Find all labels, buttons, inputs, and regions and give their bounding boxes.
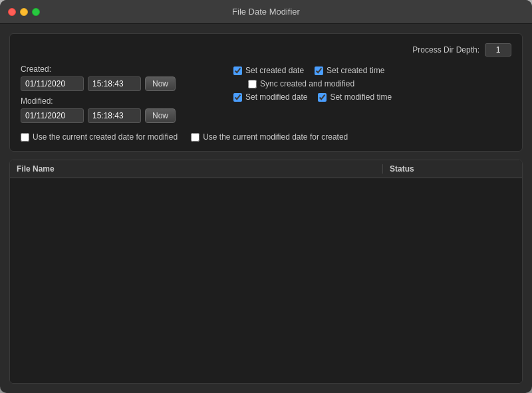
created-inputs: Now	[21, 76, 220, 91]
set-created-date-input[interactable]	[233, 66, 242, 75]
file-table: File Name Status	[9, 160, 523, 384]
set-created-time-checkbox[interactable]: Set created time	[315, 66, 384, 75]
title-bar: File Date Modifier	[0, 0, 532, 24]
options-section: Set created date Set created time	[233, 65, 392, 102]
maximize-button[interactable]	[32, 8, 40, 16]
sync-created-modified-input[interactable]	[248, 80, 257, 88]
created-now-button[interactable]: Now	[145, 76, 176, 91]
bottom-checkboxes: Use the current created date for modifie…	[21, 132, 511, 142]
process-dir-input[interactable]	[485, 43, 511, 57]
modified-row: Modified: Now	[21, 96, 220, 123]
window-title: File Date Modifier	[232, 7, 300, 17]
sync-created-modified-label: Sync created and modified	[260, 79, 354, 88]
traffic-lights	[8, 8, 40, 16]
set-created-date-label: Set created date	[245, 66, 304, 75]
modified-time-input[interactable]	[88, 108, 141, 123]
created-date-input[interactable]	[21, 76, 84, 91]
use-modified-for-created-checkbox[interactable]: Use the current modified date for create…	[191, 132, 348, 142]
table-header: File Name Status	[10, 160, 522, 178]
use-created-for-modified-label: Use the current created date for modifie…	[33, 132, 178, 142]
dates-section: Created: Now Modified:	[21, 65, 220, 123]
created-row: Created: Now	[21, 65, 220, 91]
set-created-time-label: Set created time	[327, 66, 384, 75]
sync-created-modified-checkbox[interactable]: Sync created and modified	[235, 79, 354, 88]
modified-inputs: Now	[21, 108, 220, 123]
set-created-date-checkbox[interactable]: Set created date	[233, 66, 304, 75]
created-label: Created:	[21, 65, 220, 74]
file-name-header: File Name	[17, 164, 382, 174]
process-dir-row: Process Dir Depth:	[21, 43, 511, 57]
main-window: File Date Modifier Process Dir Depth: Cr…	[0, 0, 532, 393]
set-modified-date-input[interactable]	[233, 93, 242, 102]
use-created-for-modified-input[interactable]	[21, 133, 29, 142]
options-row-3: Set modified date Set modified time	[233, 92, 392, 102]
modified-label: Modified:	[21, 96, 220, 106]
set-modified-date-checkbox[interactable]: Set modified date	[233, 92, 307, 102]
modified-date-input[interactable]	[21, 108, 84, 123]
minimize-button[interactable]	[20, 8, 28, 16]
use-created-for-modified-checkbox[interactable]: Use the current created date for modifie…	[21, 132, 178, 142]
close-button[interactable]	[8, 8, 16, 16]
set-modified-time-checkbox[interactable]: Set modified time	[318, 92, 392, 102]
created-time-input[interactable]	[88, 76, 141, 91]
use-modified-for-created-label: Use the current modified date for create…	[203, 132, 348, 142]
status-header: Status	[382, 164, 515, 174]
use-modified-for-created-input[interactable]	[191, 133, 200, 142]
modified-now-button[interactable]: Now	[145, 108, 176, 123]
sync-row: Sync created and modified	[233, 79, 392, 88]
set-modified-date-label: Set modified date	[245, 92, 307, 102]
table-body	[10, 178, 522, 383]
set-modified-time-input[interactable]	[318, 93, 327, 102]
set-created-time-input[interactable]	[315, 66, 323, 75]
process-dir-label: Process Dir Depth:	[412, 45, 479, 55]
content-area: Process Dir Depth: Created: Now	[0, 24, 532, 393]
top-panel: Process Dir Depth: Created: Now	[9, 33, 523, 152]
dates-and-options: Created: Now Modified:	[21, 65, 511, 123]
set-modified-time-label: Set modified time	[330, 92, 392, 102]
options-row-1: Set created date Set created time	[233, 66, 392, 75]
